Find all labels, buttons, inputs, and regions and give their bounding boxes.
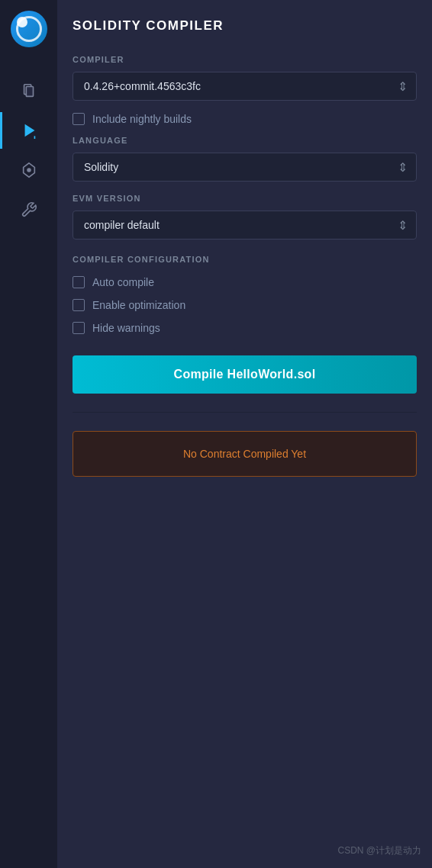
- sidebar-logo: [0, 0, 57, 57]
- wrench-icon: [21, 201, 37, 218]
- deploy-icon: [21, 162, 37, 178]
- hide-warnings-checkbox[interactable]: [73, 322, 85, 334]
- compiler-version-wrapper: 0.4.26+commit.4563c3fc 0.5.17+commit.d19…: [73, 72, 417, 101]
- svg-marker-2: [25, 124, 35, 137]
- no-contract-box: No Contract Compiled Yet: [73, 431, 417, 477]
- compiler-icon: [21, 122, 38, 139]
- compiler-version-select[interactable]: 0.4.26+commit.4563c3fc 0.5.17+commit.d19…: [73, 72, 417, 101]
- watermark: CSDN @计划是动力: [337, 844, 421, 857]
- page-title: SOLIDITY COMPILER: [73, 18, 417, 34]
- files-icon: [21, 82, 37, 99]
- sidebar-item-deploy[interactable]: [0, 152, 57, 188]
- main-panel: SOLIDITY COMPILER COMPILER 0.4.26+commit…: [57, 0, 432, 868]
- language-select[interactable]: Solidity Yul: [73, 153, 417, 182]
- evm-section-label: EVM VERSION: [73, 194, 417, 203]
- auto-compile-label: Auto compile: [92, 276, 154, 288]
- auto-compile-checkbox[interactable]: [73, 276, 85, 288]
- svg-point-4: [27, 168, 31, 172]
- hide-warnings-row[interactable]: Hide warnings: [73, 322, 417, 334]
- sidebar-item-files[interactable]: [0, 72, 57, 109]
- language-section-label: LANGUAGE: [73, 136, 417, 145]
- enable-optimization-row[interactable]: Enable optimization: [73, 299, 417, 311]
- nightly-builds-checkbox[interactable]: [73, 113, 85, 125]
- evm-version-wrapper: compiler default homestead tangerineWhis…: [73, 211, 417, 240]
- svg-rect-1: [26, 87, 33, 97]
- sidebar-item-settings[interactable]: [0, 191, 57, 228]
- nightly-builds-label: Include nightly builds: [92, 113, 192, 125]
- language-wrapper: Solidity Yul ⇕: [73, 153, 417, 182]
- sidebar: [0, 0, 57, 868]
- compiler-section-label: COMPILER: [73, 55, 417, 64]
- sidebar-item-compiler[interactable]: [0, 112, 57, 149]
- section-divider: [73, 412, 417, 413]
- no-contract-text: No Contract Compiled Yet: [183, 448, 306, 460]
- remix-logo: [11, 11, 47, 47]
- auto-compile-row[interactable]: Auto compile: [73, 276, 417, 288]
- evm-version-select[interactable]: compiler default homestead tangerineWhis…: [73, 211, 417, 240]
- hide-warnings-label: Hide warnings: [92, 322, 160, 334]
- compiler-config-label: COMPILER CONFIGURATION: [73, 255, 417, 264]
- nightly-builds-row[interactable]: Include nightly builds: [73, 113, 417, 125]
- compile-button[interactable]: Compile HelloWorld.sol: [73, 355, 417, 394]
- enable-optimization-checkbox[interactable]: [73, 299, 85, 311]
- enable-optimization-label: Enable optimization: [92, 299, 185, 311]
- compiler-config-section: COMPILER CONFIGURATION Auto compile Enab…: [73, 255, 417, 334]
- sidebar-nav: [0, 72, 57, 228]
